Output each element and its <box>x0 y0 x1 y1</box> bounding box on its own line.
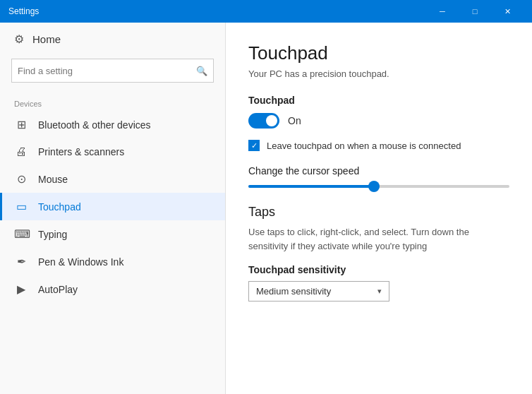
printers-label: Printers & scanners <box>38 146 124 157</box>
maximize-button[interactable]: □ <box>459 0 491 23</box>
main-content: Touchpad Your PC has a precision touchpa… <box>226 23 532 394</box>
typing-icon: ⌨ <box>14 227 28 241</box>
printer-icon: 🖨 <box>14 145 28 158</box>
typing-label: Typing <box>38 229 67 240</box>
chevron-down-icon: ▾ <box>377 287 382 296</box>
sidebar-item-autoplay[interactable]: ▶ AutoPlay <box>0 275 225 303</box>
settings-window: Settings ─ □ ✕ Home 🔍 Devices ⊞ <box>0 0 532 394</box>
sidebar-item-touchpad[interactable]: ▭ Touchpad <box>0 193 225 220</box>
content-area: Home 🔍 Devices ⊞ Bluetooth & other devic… <box>0 23 532 394</box>
sidebar-item-bluetooth[interactable]: ⊞ Bluetooth & other devices <box>0 111 225 138</box>
page-title: Touchpad <box>248 42 509 64</box>
search-box[interactable]: 🔍 <box>11 59 214 83</box>
sidebar-item-pen[interactable]: ✒ Pen & Windows Ink <box>0 248 225 275</box>
sidebar-item-printers[interactable]: 🖨 Printers & scanners <box>0 138 225 165</box>
gear-icon <box>14 32 24 46</box>
window-controls: ─ □ ✕ <box>426 0 524 23</box>
sensitivity-label: Touchpad sensitivity <box>248 264 509 275</box>
toggle-row: On <box>248 113 509 129</box>
mouse-label: Mouse <box>38 174 68 185</box>
slider-fill <box>248 185 374 188</box>
search-icon: 🔍 <box>196 66 207 76</box>
bluetooth-icon: ⊞ <box>14 118 28 131</box>
sidebar-item-typing[interactable]: ⌨ Typing <box>0 220 225 248</box>
slider-label: Change the cursor speed <box>248 165 509 177</box>
touchpad-section-label: Touchpad <box>248 95 509 106</box>
toggle-knob <box>266 115 277 126</box>
sidebar: Home 🔍 Devices ⊞ Bluetooth & other devic… <box>0 23 226 394</box>
touchpad-toggle[interactable] <box>248 113 279 129</box>
sidebar-item-mouse[interactable]: ⊙ Mouse <box>0 165 225 193</box>
slider-track[interactable] <box>248 185 509 188</box>
sidebar-item-home[interactable]: Home <box>0 23 225 56</box>
touchpad-icon: ▭ <box>14 200 28 213</box>
taps-title: Taps <box>248 205 509 220</box>
pen-icon: ✒ <box>14 255 28 268</box>
close-button[interactable]: ✕ <box>491 0 524 23</box>
taps-description: Use taps to click, right-click, and sele… <box>248 225 509 253</box>
cursor-speed-section: Change the cursor speed <box>248 165 509 188</box>
sensitivity-dropdown[interactable]: Medium sensitivity ▾ <box>248 281 389 302</box>
pen-label: Pen & Windows Ink <box>38 256 123 268</box>
devices-section-title: Devices <box>0 94 225 111</box>
search-input[interactable] <box>18 66 196 76</box>
minimize-button[interactable]: ─ <box>426 0 459 23</box>
bluetooth-label: Bluetooth & other devices <box>38 119 151 131</box>
checkbox-row: ✓ Leave touchpad on when a mouse is conn… <box>248 140 509 151</box>
mouse-icon: ⊙ <box>14 172 28 186</box>
autoplay-icon: ▶ <box>14 282 28 296</box>
checkbox-label: Leave touchpad on when a mouse is connec… <box>267 141 461 151</box>
title-bar: Settings ─ □ ✕ <box>0 0 532 23</box>
window-title: Settings <box>8 6 426 16</box>
slider-thumb[interactable] <box>368 181 380 192</box>
sensitivity-value: Medium sensitivity <box>256 286 331 297</box>
check-mark: ✓ <box>251 142 258 150</box>
touchpad-label: Touchpad <box>38 201 81 213</box>
leave-touchpad-checkbox[interactable]: ✓ <box>248 140 260 151</box>
toggle-state-label: On <box>288 115 301 126</box>
touchpad-subtitle: Your PC has a precision touchpad. <box>248 68 509 79</box>
autoplay-label: AutoPlay <box>38 284 78 295</box>
home-label: Home <box>32 33 61 45</box>
